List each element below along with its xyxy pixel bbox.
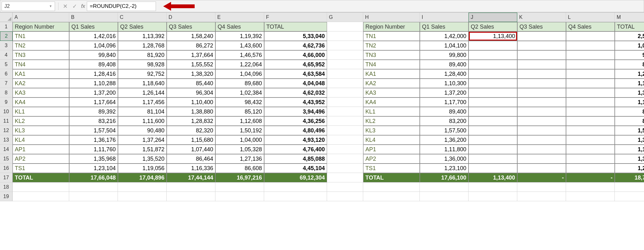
cell-C13[interactable]: 1,37,264 xyxy=(118,135,167,145)
cell-J16[interactable] xyxy=(469,164,517,173)
cell-B17[interactable]: 17,66,048 xyxy=(69,173,118,182)
cell-C11[interactable]: 1,11,600 xyxy=(118,116,167,126)
cell-K15[interactable] xyxy=(517,154,566,164)
cell-J2[interactable]: 1,13,400 xyxy=(469,31,517,41)
cell-C9[interactable]: 1,17,456 xyxy=(118,97,167,107)
cell-C8[interactable]: 1,26,144 xyxy=(118,88,167,97)
col-header-H[interactable]: H xyxy=(363,13,420,22)
cell-J9[interactable] xyxy=(469,97,517,107)
cell-M17[interactable]: 18,79,500 xyxy=(615,173,644,182)
cell-G11[interactable] xyxy=(327,116,363,126)
cell-A3[interactable]: TN2 xyxy=(13,41,69,50)
col-header-D[interactable]: D xyxy=(167,13,215,22)
cell-D8[interactable]: 96,304 xyxy=(167,88,215,97)
cell-K13[interactable] xyxy=(517,135,566,145)
cell-M1[interactable]: TOTAL xyxy=(615,22,644,31)
cell-A11[interactable]: KL2 xyxy=(13,116,69,126)
name-box[interactable]: J2 ▼ xyxy=(2,2,55,11)
cell-G5[interactable] xyxy=(327,60,363,69)
cell-M8[interactable]: 1,37,200 xyxy=(615,88,644,97)
cell-B15[interactable]: 1,35,968 xyxy=(69,154,118,164)
row-header-6[interactable]: 6 xyxy=(0,69,13,79)
cell-D11[interactable]: 1,28,832 xyxy=(167,116,215,126)
cell-B7[interactable]: 1,10,288 xyxy=(69,79,118,88)
cell-L16[interactable] xyxy=(566,164,615,173)
cell-G10[interactable] xyxy=(327,107,363,116)
cell-I17[interactable]: 17,66,100 xyxy=(420,173,469,182)
cell-G8[interactable] xyxy=(327,88,363,97)
cell-B14[interactable]: 1,11,760 xyxy=(69,145,118,154)
cell-C16[interactable]: 1,19,056 xyxy=(118,164,167,173)
cell-F11[interactable]: 4,36,256 xyxy=(264,116,327,126)
cell-J13[interactable] xyxy=(469,135,517,145)
cell-C14[interactable]: 1,51,872 xyxy=(118,145,167,154)
cell-B11[interactable]: 83,216 xyxy=(69,116,118,126)
cell-r19-10[interactable] xyxy=(517,192,566,201)
cell-I16[interactable]: 1,23,100 xyxy=(420,164,469,173)
col-header-G[interactable]: G xyxy=(327,13,363,22)
cell-B2[interactable]: 1,42,016 xyxy=(69,31,118,41)
cell-E6[interactable]: 1,04,096 xyxy=(215,69,264,79)
cell-F9[interactable]: 4,43,952 xyxy=(264,97,327,107)
cell-F13[interactable]: 4,93,120 xyxy=(264,135,327,145)
cell-H14[interactable]: AP1 xyxy=(363,145,420,154)
cell-D7[interactable]: 85,440 xyxy=(167,79,215,88)
cell-r18-1[interactable] xyxy=(69,182,118,192)
cell-I7[interactable]: 1,10,300 xyxy=(420,79,469,88)
cell-F16[interactable]: 4,45,104 xyxy=(264,164,327,173)
cell-r19-11[interactable] xyxy=(566,192,615,201)
cell-A2[interactable]: TN1 xyxy=(13,31,69,41)
cell-E5[interactable]: 1,22,064 xyxy=(215,60,264,69)
col-header-C[interactable]: C xyxy=(118,13,167,22)
cell-F7[interactable]: 4,04,048 xyxy=(264,79,327,88)
cell-E1[interactable]: Q4 Sales xyxy=(215,22,264,31)
cell-D13[interactable]: 1,15,680 xyxy=(167,135,215,145)
cell-B6[interactable]: 1,28,416 xyxy=(69,69,118,79)
cell-E3[interactable]: 1,43,600 xyxy=(215,41,264,50)
cell-L13[interactable] xyxy=(566,135,615,145)
row-header-5[interactable]: 5 xyxy=(0,60,13,69)
cell-F17[interactable]: 69,12,304 xyxy=(264,173,327,182)
cell-E10[interactable]: 85,120 xyxy=(215,107,264,116)
name-box-dropdown-icon[interactable]: ▼ xyxy=(49,4,52,8)
cell-K4[interactable] xyxy=(517,50,566,60)
row-header-18[interactable]: 18 xyxy=(0,182,13,192)
cell-E8[interactable]: 1,02,384 xyxy=(215,88,264,97)
cell-J17[interactable]: 1,13,400 xyxy=(469,173,517,182)
cell-C12[interactable]: 90,480 xyxy=(118,126,167,135)
cell-r18-8[interactable] xyxy=(420,182,469,192)
cell-F12[interactable]: 4,80,496 xyxy=(264,126,327,135)
cell-r19-7[interactable] xyxy=(363,192,420,201)
cell-E4[interactable]: 1,46,576 xyxy=(215,50,264,60)
row-header-9[interactable]: 9 xyxy=(0,97,13,107)
cell-B4[interactable]: 99,840 xyxy=(69,50,118,60)
cell-H12[interactable]: KL3 xyxy=(363,126,420,135)
cell-J8[interactable] xyxy=(469,88,517,97)
cell-D12[interactable]: 82,320 xyxy=(167,126,215,135)
cell-B9[interactable]: 1,17,664 xyxy=(69,97,118,107)
cell-E16[interactable]: 86,608 xyxy=(215,164,264,173)
cell-G4[interactable] xyxy=(327,50,363,60)
cell-M3[interactable]: 1,04,100 xyxy=(615,41,644,50)
cell-r18-0[interactable] xyxy=(13,182,69,192)
cell-I11[interactable]: 83,200 xyxy=(420,116,469,126)
cell-A5[interactable]: TN4 xyxy=(13,60,69,69)
cell-r18-10[interactable] xyxy=(517,182,566,192)
cell-D14[interactable]: 1,07,440 xyxy=(167,145,215,154)
cell-I5[interactable]: 89,400 xyxy=(420,60,469,69)
cell-A6[interactable]: KA1 xyxy=(13,69,69,79)
cell-G9[interactable] xyxy=(327,97,363,107)
cell-E9[interactable]: 98,432 xyxy=(215,97,264,107)
cell-A4[interactable]: TN3 xyxy=(13,50,69,60)
fx-icon[interactable]: fx xyxy=(79,3,87,9)
row-header-10[interactable]: 10 xyxy=(0,107,13,116)
cell-H6[interactable]: KA1 xyxy=(363,69,420,79)
cell-G16[interactable] xyxy=(327,164,363,173)
cell-E7[interactable]: 89,680 xyxy=(215,79,264,88)
cell-D1[interactable]: Q3 Sales xyxy=(167,22,215,31)
cell-H9[interactable]: KA4 xyxy=(363,97,420,107)
cell-I8[interactable]: 1,37,200 xyxy=(420,88,469,97)
cell-r18-7[interactable] xyxy=(363,182,420,192)
cell-A9[interactable]: KA4 xyxy=(13,97,69,107)
cell-K16[interactable] xyxy=(517,164,566,173)
